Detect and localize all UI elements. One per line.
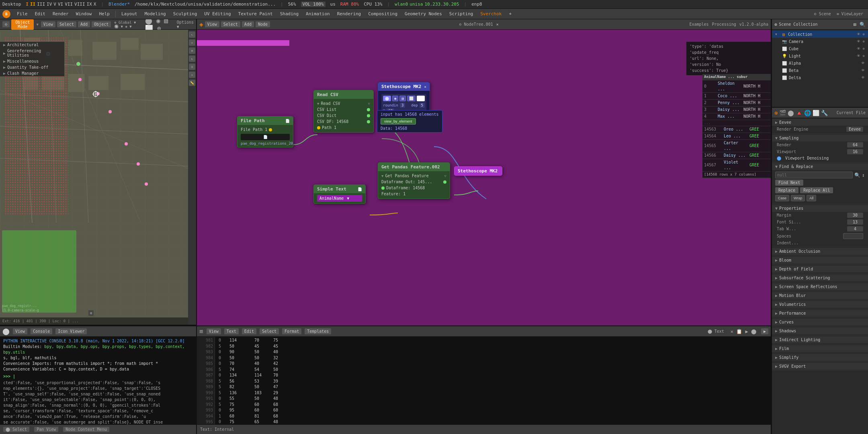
cube-visibility[interactable]: 👁 — [857, 47, 860, 51]
select-tool-btn[interactable]: ↖ — [189, 31, 195, 38]
workspace-vii[interactable]: VII — [65, 2, 73, 7]
object-mode-btn[interactable]: Object Mode — [11, 19, 34, 30]
outliner-item-beta[interactable]: ⬜ Beta 👁 — [772, 67, 868, 74]
console-icon-viewer-btn[interactable]: Icon Viewer — [55, 328, 87, 334]
addon-georeferencing[interactable]: ▶ Georeferencing Utilities — [0, 48, 64, 58]
add-btn[interactable]: Add — [78, 21, 90, 27]
sampling-render-value[interactable]: 64 — [847, 142, 863, 147]
addon-quantity[interactable]: ▶ Quantity Take-off — [0, 64, 64, 70]
node-node-btn[interactable]: Node — [256, 21, 270, 27]
output-tab-icon[interactable]: 🎬 — [779, 110, 786, 116]
scene-selector[interactable]: ⊙ Scene — [812, 12, 833, 16]
view-by-element-btn[interactable]: view_by_element — [381, 118, 416, 125]
scale-tool-btn[interactable]: ⊡ — [189, 63, 195, 70]
viewport-icon-btn[interactable]: ⊙ — [2, 21, 10, 27]
menu-geometry-nodes[interactable]: Geometry Nodes — [401, 10, 445, 17]
view-layer-tab-icon[interactable]: ⬤ — [788, 110, 794, 116]
text-view-btn[interactable]: View — [207, 328, 221, 334]
text-select-btn[interactable]: Select — [260, 328, 279, 334]
shadows-header[interactable]: ▶ Shadows — [772, 328, 868, 334]
obj-tab-icon[interactable]: ⬜ — [813, 110, 819, 116]
node-add-btn[interactable]: Add — [242, 21, 254, 27]
film-header[interactable]: ▶ Film — [772, 345, 868, 352]
node-stethoscope2[interactable]: Stethoscope MK2 — [454, 166, 502, 176]
rotate-tool-btn[interactable]: ↻ — [189, 55, 195, 62]
cube-render[interactable]: ⊕ — [863, 47, 865, 51]
addon-clash[interactable]: ▶ Clash Manager — [0, 70, 64, 76]
camera-visibility[interactable]: 👁 — [857, 39, 860, 43]
workspace-i[interactable]: I — [26, 2, 29, 7]
steth-btn4[interactable]: ⬜ — [407, 96, 416, 101]
outliner-item-delta[interactable]: ⬜ Delta 👁 — [772, 74, 868, 81]
scene-tab-icon[interactable]: 🔺 — [796, 110, 802, 116]
sampling-header[interactable]: ▼ Sampling — [772, 135, 868, 141]
console-console-btn[interactable]: Console — [31, 328, 52, 334]
workspace-iv[interactable]: IV — [47, 2, 52, 7]
collection-visibility[interactable]: 👁 — [857, 32, 860, 36]
text-format-btn[interactable]: Format — [282, 328, 301, 334]
menu-file[interactable]: File — [14, 10, 31, 17]
steth-btn1[interactable]: ⬤ — [383, 96, 391, 101]
find-next-btn[interactable]: Find Next — [775, 180, 803, 186]
light-visibility[interactable]: 👁 — [857, 54, 860, 58]
outliner-filter-icon[interactable]: ⊞ — [854, 22, 856, 27]
outliner-item-alpha[interactable]: ⬜ Alpha 👁 — [772, 59, 868, 67]
node-read-csv[interactable]: Read CSV ▼ Read CSV ▽ CSV List — [313, 90, 374, 133]
find-replace-header[interactable]: ▼ Find & Replace — [772, 163, 868, 170]
all-btn[interactable]: All — [807, 195, 816, 201]
node-processing-btn[interactable]: Processing — [712, 22, 736, 27]
addon-misc[interactable]: ▶ Miscellaneous — [0, 58, 64, 64]
mb-header[interactable]: ▶ Motion Blur — [772, 292, 868, 299]
light-render[interactable]: ⊕ — [863, 54, 865, 58]
wrap-btn[interactable]: Wrap — [791, 195, 805, 201]
select-btn[interactable]: Select — [57, 21, 76, 27]
node-examples-btn[interactable]: Examples — [689, 22, 708, 27]
move-tool-btn[interactable]: ⊕ — [189, 47, 195, 54]
sampling-viewport-value[interactable]: 16 — [847, 149, 863, 154]
outliner-item-collection[interactable]: ▼ ▧ Collection 👁 ⊕ — [772, 31, 868, 38]
perf-header[interactable]: ▶ Performance — [772, 310, 868, 317]
workspace-x[interactable]: X — [94, 2, 96, 7]
node-simple-text[interactable]: Simple Text 📄 AnimalName ▼ — [313, 184, 366, 204]
menu-layout[interactable]: Layout — [118, 10, 141, 17]
node-view-btn[interactable]: View — [205, 21, 219, 27]
replace-btn[interactable]: Replace — [775, 187, 798, 193]
vol-header[interactable]: ▶ Volumetrics — [772, 301, 868, 308]
ao-header[interactable]: ▶ Ambient Occlusion — [772, 248, 868, 255]
workspace-v[interactable]: V — [53, 2, 56, 7]
menu-uv-editing[interactable]: UV Editing — [201, 10, 234, 17]
beta-visibility[interactable]: 👁 — [861, 68, 865, 72]
delta-visibility[interactable]: 👁 — [861, 76, 865, 80]
node-tree-selector[interactable]: ⊙ NodeTree.001 — [459, 22, 493, 27]
workspace-ii[interactable]: II — [30, 2, 35, 7]
measure-tool-btn[interactable]: 📏 — [189, 80, 195, 86]
menu-sverchok[interactable]: Sverchok — [477, 10, 505, 17]
ssr-header[interactable]: ▶ Screen Space Reflections — [772, 283, 868, 290]
bloom-header[interactable]: ▶ Bloom — [772, 257, 868, 264]
select-btn[interactable]: ⬤ Select — [3, 427, 29, 432]
menu-sculpting[interactable]: Sculpting — [170, 10, 201, 17]
menu-compositing[interactable]: Compositing — [365, 10, 401, 17]
menu-window[interactable]: Window — [73, 10, 95, 17]
world-tab-icon[interactable]: 🌐 — [804, 110, 811, 116]
workspace-iii[interactable]: III — [37, 2, 45, 7]
curves-header[interactable]: ▶ Curves — [772, 319, 868, 326]
menu-animation[interactable]: Animation — [303, 10, 333, 17]
workspace-viii[interactable]: VIII — [74, 2, 85, 7]
viewport-options[interactable]: Options ▼ — [177, 20, 194, 29]
il-header[interactable]: ▶ Indirect Lighting — [772, 336, 868, 343]
object-btn[interactable]: Object — [92, 21, 111, 27]
outliner-item-light[interactable]: 💡 Light 👁 ⊕ — [772, 52, 868, 59]
camera-render[interactable]: ⊕ — [863, 39, 865, 43]
render-engine-header[interactable]: ▶ Eevee — [772, 119, 868, 126]
menu-texture-paint[interactable]: Texture Paint — [235, 10, 276, 17]
replace-all-btn[interactable]: Replace All — [800, 187, 833, 193]
outliner-item-camera[interactable]: 📷 Camera 👁 ⊕ — [772, 38, 868, 45]
modifier-tab-icon[interactable]: 🔧 — [821, 110, 828, 116]
menu-rendering[interactable]: Rendering — [334, 10, 364, 17]
outliner-item-cube[interactable]: ⬜ Cube 👁 ⊕ — [772, 45, 868, 52]
menu-add-workspace[interactable]: + — [506, 10, 515, 17]
dof-header[interactable]: ▶ Depth of Field — [772, 266, 868, 272]
menu-modeling[interactable]: Modeling — [141, 10, 169, 17]
alpha-visibility[interactable]: 👁 — [861, 61, 865, 65]
